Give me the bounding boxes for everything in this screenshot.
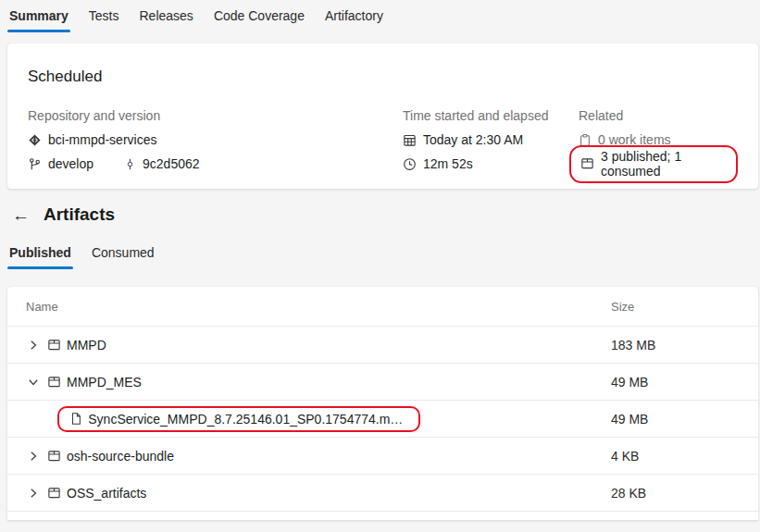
chevron-right-icon[interactable] (26, 486, 41, 501)
commit-hash[interactable]: 9c2d5062 (143, 156, 200, 171)
table-row[interactable]: OSS_artifacts 28 KB (7, 475, 758, 512)
artifact-size: 4 KB (611, 449, 758, 464)
artifact-size: 49 MB (611, 375, 758, 390)
column-header-size: Size (611, 300, 758, 314)
back-arrow-icon[interactable]: ← (12, 206, 30, 224)
time-column: Time started and elapsed Today at 2:30 A… (403, 108, 579, 176)
artifact-icon (46, 375, 61, 390)
tab-artifactory[interactable]: Artifactory (323, 0, 385, 32)
artifact-icon (580, 156, 594, 170)
related-label: Related (579, 108, 738, 123)
git-branch-icon (28, 157, 42, 171)
related-column: Related 0 work items (579, 108, 738, 176)
file-icon (69, 412, 82, 427)
artifact-size: 49 MB (611, 412, 758, 427)
table-header-row: Name Size (7, 287, 758, 327)
chevron-right-icon[interactable] (26, 449, 41, 464)
table-row[interactable]: MMPD_MES 49 MB (7, 364, 758, 401)
artifact-icon (46, 486, 61, 501)
chevron-down-icon[interactable] (26, 375, 41, 390)
run-tabbar: Summary Tests Releases Code Coverage Art… (0, 0, 760, 32)
artifacts-title: Artifacts (44, 204, 115, 225)
chevron-right-icon[interactable] (26, 338, 41, 353)
artifacts-tabbar: Published Consumed (0, 237, 760, 269)
branch-name[interactable]: develop (48, 156, 93, 171)
start-time: Today at 2:30 AM (423, 132, 523, 147)
artifact-size: 183 MB (611, 338, 758, 353)
tab-published[interactable]: Published (7, 237, 73, 269)
tab-tests[interactable]: Tests (87, 0, 121, 32)
repo-name[interactable]: bci-mmpd-services (48, 132, 156, 147)
artifacts-table-card: Name Size MMPD 183 MB MMPD_MES 49 MB (7, 287, 758, 520)
tab-code-coverage[interactable]: Code Coverage (212, 0, 306, 32)
table-row[interactable]: SyncService_MMPD_8.7.25146.01_SP0.175477… (7, 401, 758, 438)
artifacts-annotation-box: 3 published; 1 consumed (569, 145, 738, 183)
artifact-name[interactable]: MMPD_MES (67, 375, 142, 390)
time-label: Time started and elapsed (403, 108, 579, 123)
table-row[interactable]: osh-source-bundle 4 KB (7, 438, 758, 475)
repository-column: Repository and version bci-mmpd-services (28, 108, 403, 176)
artifact-name[interactable]: OSS_artifacts (67, 486, 146, 501)
run-status-title: Scheduled (28, 68, 738, 86)
artifact-name[interactable]: osh-source-bundle (67, 449, 174, 464)
file-name[interactable]: SyncService_MMPD_8.7.25146.01_SP0.175477… (88, 412, 409, 427)
artifact-name[interactable]: MMPD (67, 338, 106, 353)
elapsed-time: 12m 52s (423, 156, 473, 171)
artifacts-summary-link[interactable]: 3 published; 1 consumed (601, 149, 727, 179)
tab-releases[interactable]: Releases (138, 0, 195, 32)
repository-label: Repository and version (28, 108, 403, 123)
tab-summary[interactable]: Summary (7, 0, 70, 32)
artifact-icon (46, 449, 61, 464)
calendar-icon (403, 133, 417, 147)
table-row[interactable]: MMPD 183 MB (7, 327, 758, 364)
git-commit-icon (124, 157, 136, 171)
run-summary-card: Scheduled Repository and version bci-mmp… (7, 43, 758, 189)
artifact-icon (46, 338, 61, 353)
tab-consumed[interactable]: Consumed (90, 237, 156, 269)
artifacts-header: ← Artifacts (12, 204, 760, 225)
artifact-size: 28 KB (611, 486, 758, 501)
azure-repos-icon (28, 133, 42, 147)
column-header-name: Name (7, 300, 611, 314)
file-annotation-box: SyncService_MMPD_8.7.25146.01_SP0.175477… (57, 406, 420, 432)
clock-icon (403, 157, 417, 171)
